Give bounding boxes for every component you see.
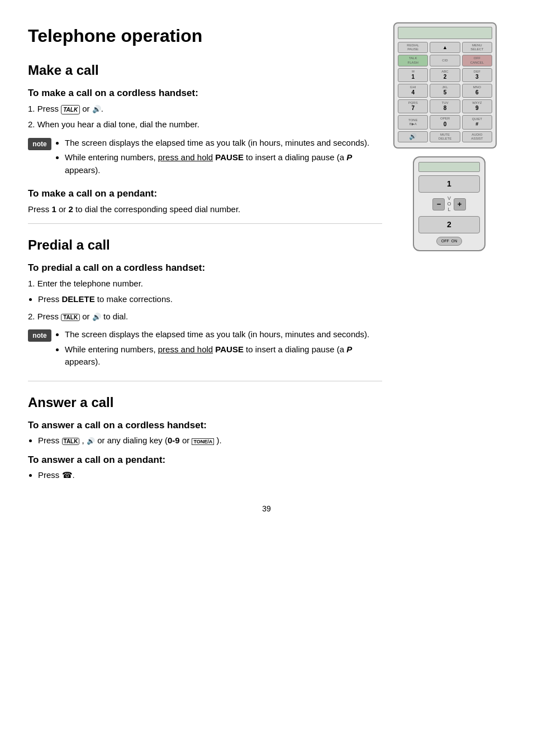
btn-9: WXYZ9: [462, 99, 492, 113]
phone-row-7: 🔊 MUTEDELETE AUDIOASSIST: [398, 131, 492, 142]
make-step2: 2. When you hear a dial tone, dial the n…: [28, 118, 382, 131]
predial-note-text: The screen displays the elapsed time as …: [57, 328, 382, 373]
menu-select-btn: MENUSELECT: [462, 42, 492, 53]
tone-ba-btn: TONEB▶A: [398, 115, 428, 129]
pendant-vol-minus: −: [432, 198, 445, 210]
pendant-off-label: OFF: [441, 238, 449, 245]
pendant-make-text: Press 1 or 2 to dial the corresponding s…: [28, 203, 382, 216]
btn-4: GHI4: [398, 84, 428, 98]
speaker-btn: 🔊: [398, 131, 428, 142]
pendant-on-off-switch: OFF ON: [436, 237, 463, 246]
device-illustrations: REDIALPAUSE ▲ MENUSELECT TALKFLASH CID O…: [393, 22, 505, 486]
pendant-vol-row: − VOL +: [418, 196, 480, 213]
quiet-hash-btn: QUIET#: [462, 115, 492, 129]
phone-row-2: TALKFLASH CID OFFCANCEL: [398, 55, 492, 66]
pendant-wrapper: 1 − VOL + 2 OFF ON: [393, 156, 505, 251]
speaker-icon-3: 🔊: [87, 437, 95, 445]
btn-7: PQRS7: [398, 99, 428, 113]
talk-icon: TALK: [61, 105, 80, 114]
btn-6: MNO6: [462, 84, 492, 98]
cordless-make-subtitle: To make a call on a cordless handset:: [28, 86, 382, 101]
btn-2: ABC2: [430, 68, 460, 82]
btn-5: JKL5: [430, 84, 460, 98]
pendant-btn-1: 1: [418, 175, 480, 193]
answer-pendant-subtitle: To answer a call on a pendant:: [28, 453, 382, 467]
make-call-note: note The screen displays the elapsed tim…: [28, 137, 382, 181]
predial-cordless-subtitle: To predial a call on a cordless handset:: [28, 261, 382, 275]
talk-flash-btn: TALKFLASH: [398, 55, 428, 66]
main-content: Telephone operation Make a call To make …: [28, 22, 382, 486]
note-text: The screen displays the elapsed time as …: [57, 137, 382, 181]
predial-note: note The screen displays the elapsed tim…: [28, 328, 382, 373]
make-a-call-title: Make a call: [28, 60, 382, 80]
phone-row-3: ✉1 ABC2 DEF3: [398, 68, 492, 82]
predial-note-bullet-1: The screen displays the elapsed time as …: [65, 328, 382, 341]
page-title: Telephone operation: [28, 22, 382, 49]
phone-row-4: GHI4 JKL5 MNO6: [398, 84, 492, 98]
pendant-bottom-row: OFF ON: [418, 237, 480, 246]
phone-screen: [398, 27, 492, 39]
btn-8: TUV8: [430, 99, 460, 113]
tone-icon: TONE/A: [192, 438, 214, 445]
speaker-icon: 🔊: [92, 105, 101, 113]
predial-step1: 1. Enter the telephone number.: [28, 277, 382, 290]
predial-note-bullet-2: While entering numbers, press and hold P…: [65, 343, 382, 369]
pendant-on-label: ON: [451, 238, 458, 245]
predial-step2: 2. Press TALK or 🔊 to dial.: [28, 310, 382, 323]
answer-cordless-bullet: Press TALK , 🔊 or any dialing key (0-9 o…: [38, 434, 382, 447]
pendant-vol-label: VOL: [447, 196, 451, 213]
answer-title: Answer a call: [28, 393, 382, 413]
audio-assist-btn: AUDIOASSIST: [462, 131, 492, 142]
talk-icon-2: TALK: [61, 314, 80, 321]
answer-cordless-subtitle: To answer a call on a cordless handset:: [28, 418, 382, 433]
pendant-illustration: 1 − VOL + 2 OFF ON: [413, 156, 486, 251]
note-bullet-1: The screen displays the elapsed time as …: [65, 137, 382, 150]
page-number: 39: [28, 503, 505, 515]
pendant-btn-2: 2: [418, 216, 480, 233]
pendant-make-subtitle: To make a call on a pendant:: [28, 186, 382, 201]
note-label-2: note: [28, 329, 51, 342]
phone-row-6: TONEB▶A OPER0 QUIET#: [398, 115, 492, 129]
mute-delete-btn: MUTEDELETE: [430, 131, 460, 142]
predial-title: Predial a call: [28, 235, 382, 255]
phone-row-5: PQRS7 TUV8 WXYZ9: [398, 99, 492, 113]
pendant-vol-plus: +: [454, 198, 466, 210]
phone-keypad-illustration: REDIALPAUSE ▲ MENUSELECT TALKFLASH CID O…: [393, 22, 497, 149]
make-step1: 1. Press TALK or 🔊.: [28, 103, 382, 116]
talk-icon-3: TALK: [62, 438, 80, 445]
answer-pendant-bullet: Press ☎.: [38, 469, 382, 482]
cid-btn: CID: [430, 55, 460, 66]
off-cancel-btn: OFFCANCEL: [462, 55, 492, 66]
nav-up-btn: ▲: [430, 42, 460, 53]
pendant-screen: [418, 162, 480, 172]
btn-3: DEF3: [462, 68, 492, 82]
btn-0: OPER0: [430, 115, 460, 129]
handset-icon: ☎: [62, 470, 73, 480]
redial-pause-btn: REDIALPAUSE: [398, 42, 428, 53]
phone-row-1: REDIALPAUSE ▲ MENUSELECT: [398, 42, 492, 53]
speaker-icon-2: 🔊: [92, 313, 101, 321]
note-label: note: [28, 138, 51, 150]
note-bullet-2: While entering numbers, press and hold P…: [65, 151, 382, 176]
predial-step1-bullet: Press DELETE to make corrections.: [38, 293, 382, 306]
btn-1: ✉1: [398, 68, 428, 82]
